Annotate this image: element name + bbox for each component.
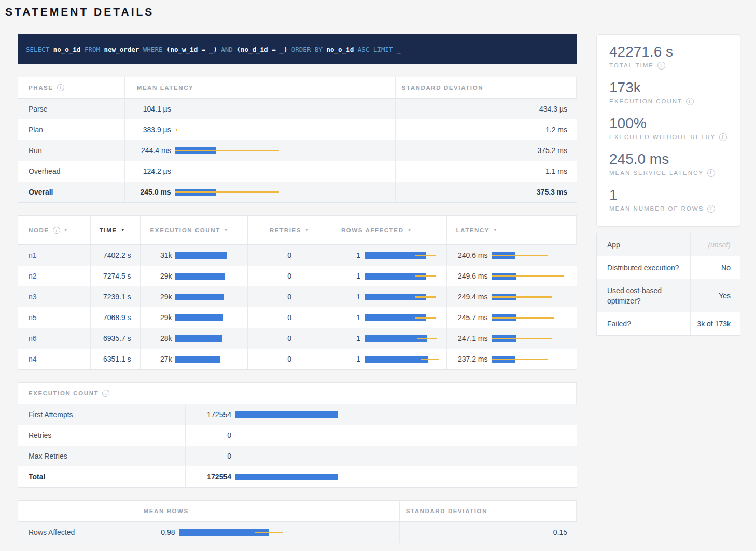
phase-label: Plan [29,126,43,134]
mean-latency-header-cell: MEAN LATENCY [125,77,396,98]
rows-affected-bar [365,356,447,363]
retries-header-cell[interactable]: RETRIES ▼ [248,216,331,244]
std-dev-header-cell: STANDARD DEVIATION [396,77,577,98]
summary-stats-card: 42271.6 s TOTAL TIMEi 173k EXECUTION COU… [596,34,740,227]
table-row-total: Total 172554 [18,466,577,487]
sort-caret-icon[interactable]: ▼ [64,228,68,232]
sql-statement-text: SELECT no_o_id FROM new_order WHERE (no_… [26,46,401,53]
sort-caret-icon[interactable]: ▼ [121,228,125,232]
std-dev-value: 1.2 ms [545,126,567,134]
table-row: Rows Affected 0.98 0.15 [18,522,577,543]
execution-count-info-icon[interactable]: i [686,98,694,105]
phase-latency-table: PHASE i MEAN LATENCY STANDARD DEVIATION … [18,77,577,203]
latency-header-label: LATENCY [456,227,489,233]
execution-count-bar [175,356,248,363]
stat-executed-without-retry: 100% EXECUTED WITHOUT RETRYi [609,115,727,142]
stat-value: 42271.6 s [609,43,727,61]
rows-affected-value: 1 [335,334,360,342]
latency-bar [492,335,577,342]
exec-row-label: Total [29,473,45,481]
execution-count-value: 27k [145,355,172,363]
sort-caret-icon[interactable]: ▼ [408,228,412,232]
table-row: Parse 104.1 µs 434.3 µs [18,99,577,119]
phase-label: Overall [29,188,53,196]
rows-affected-bar [365,314,447,321]
prop-label: Used cost-based optimizer? [597,279,691,312]
std-dev-value: 434.3 µs [539,105,567,113]
mean-latency-value: 383.9 µs [131,126,171,134]
latency-value: 237.2 ms [451,355,487,363]
node-link[interactable]: n5 [29,313,37,322]
mean-rows-value: 0.98 [137,528,175,536]
table-row: First Attempts 172554 [18,404,577,425]
stat-label: TOTAL TIME [609,61,654,70]
latency-bar [492,356,577,363]
rows-affected-value: 1 [335,313,360,322]
execution-count-header-cell[interactable]: EXECUTION COUNT ▼ [141,216,248,244]
stat-mean-service-latency: 245.0 ms MEAN SERVICE LATENCYi [609,150,727,177]
node-link[interactable]: n2 [29,272,37,280]
rows-affected-table-header: MEAN ROWS STANDARD DEVIATION [18,501,577,522]
execution-count-value: 28k [145,334,172,342]
execution-count-value: 29k [145,272,172,280]
time-header-cell[interactable]: TIME ▼ [91,216,141,244]
node-header-cell[interactable]: NODE i ▼ [18,216,91,244]
phase-header-label: PHASE [29,85,53,91]
exec-row-value: 0 [190,431,231,439]
node-stats-table: NODE i ▼ TIME ▼ EXECUTION COUNT ▼ RETRIE… [18,215,577,370]
table-row: Max Retries 0 [18,446,577,466]
prop-row-cost-based-optimizer: Used cost-based optimizer? Yes [597,279,740,312]
table-row: Plan 383.9 µs 1.2 ms [18,119,577,140]
exec-row-value: 172554 [190,473,231,481]
mean-latency-value: 124.2 µs [131,167,171,175]
node-link[interactable]: n4 [29,355,37,363]
execution-count-bar [175,314,248,321]
std-dev-value: 1.1 ms [545,167,567,175]
sort-caret-icon[interactable]: ▼ [305,228,309,232]
statement-properties-table: App (unset) Distributed execution? No Us… [596,233,740,336]
rows-affected-value: 1 [335,251,360,259]
prop-value: (unset) [691,233,740,256]
rows-affected-bar [365,294,447,300]
sort-caret-icon[interactable]: ▼ [493,228,497,232]
node-info-icon[interactable]: i [53,227,60,234]
mean-service-latency-info-icon[interactable]: i [707,169,715,177]
phase-label: Parse [29,105,48,113]
latency-value: 249.6 ms [451,272,487,280]
exec-row-value: 172554 [190,410,231,419]
latency-bar [492,294,577,300]
node-link[interactable]: n3 [29,293,37,301]
rows-affected-label: Rows Affected [29,528,75,536]
retries-value: 0 [287,251,291,259]
mean-rows-header-label: MEAN ROWS [144,508,189,514]
execution-count-info-icon[interactable]: i [102,390,109,397]
phase-info-icon[interactable]: i [57,84,64,91]
prop-label: Failed? [597,312,691,335]
main-column: SELECT no_o_id FROM new_order WHERE (no_… [18,34,577,551]
retries-value: 0 [287,293,291,301]
rows-affected-header-cell[interactable]: ROWS AFFECTED ▼ [331,216,447,244]
total-time-info-icon[interactable]: i [657,62,665,70]
prop-row-distributed-execution: Distributed execution? No [597,256,740,279]
node-link[interactable]: n6 [29,334,37,342]
executed-without-retry-info-icon[interactable]: i [719,133,727,141]
stat-value: 100% [609,115,727,132]
node-table-header: NODE i ▼ TIME ▼ EXECUTION COUNT ▼ RETRIE… [18,216,577,245]
sort-caret-icon[interactable]: ▼ [224,228,228,232]
stat-value: 1 [609,186,727,204]
execution-count-bar [175,252,248,259]
prop-value: Yes [691,279,740,312]
std-dev-header-label: STANDARD DEVIATION [406,508,487,514]
std-dev-value: 0.15 [553,528,567,536]
page-title: STATEMENT DETAILS [5,4,756,20]
rows-affected-value: 1 [335,272,360,280]
latency-header-cell[interactable]: LATENCY ▼ [447,216,577,244]
prop-value: No [691,256,740,279]
node-link[interactable]: n1 [29,251,37,259]
execution-count-bar [175,335,248,342]
retries-value: 0 [287,272,291,280]
node-row: n1 7402.2 s 31k 0 1 240.6 ms [18,245,577,266]
phase-label: Run [29,146,42,155]
stat-execution-count: 173k EXECUTION COUNTi [609,79,727,106]
mean-number-of-rows-info-icon[interactable]: i [707,205,715,213]
